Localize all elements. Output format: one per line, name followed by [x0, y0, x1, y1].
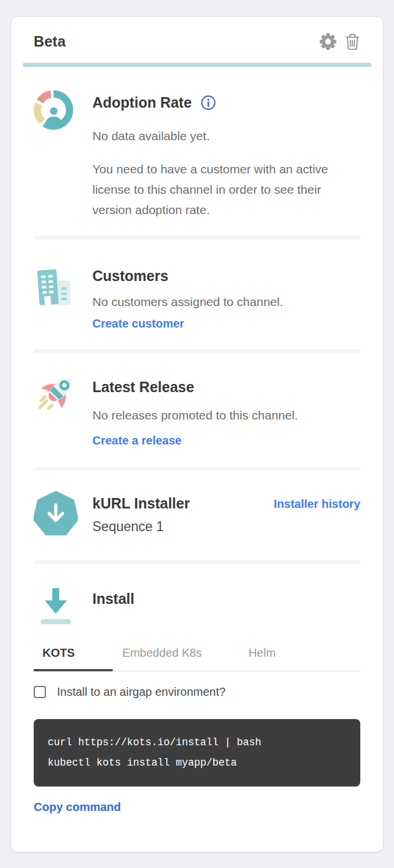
delete-button[interactable]	[345, 33, 360, 51]
copy-command-link[interactable]: Copy command	[34, 801, 121, 814]
airgap-label: Install to an airgap environment?	[57, 685, 225, 699]
header-actions	[319, 33, 360, 51]
install-download-icon	[34, 584, 78, 629]
kurl-heptagon-download-icon	[34, 490, 78, 537]
info-icon[interactable]	[200, 95, 216, 111]
adoption-empty-message: No data available yet.	[92, 126, 360, 146]
install-command-code-block: curl https://kots.io/install | bashkubec…	[34, 719, 360, 787]
kurl-installer-title: kURL Installer	[92, 495, 190, 512]
gear-icon	[319, 33, 337, 51]
rocket-icon	[34, 373, 79, 418]
section-divider	[34, 349, 360, 353]
latest-release-section: Latest Release No releases promoted to t…	[34, 373, 360, 447]
install-section-header: Install	[34, 584, 360, 631]
release-empty-message: No releases promoted to this channel.	[92, 405, 360, 425]
code-line: kubectl kots install myapp/beta	[48, 753, 346, 773]
create-release-link[interactable]: Create a release	[92, 434, 181, 447]
install-tabs: KOTS Embedded K8s Helm	[34, 646, 360, 671]
customers-empty-message: No customers assigned to channel.	[92, 291, 360, 312]
channel-accent-bar	[23, 63, 371, 67]
tab-kots[interactable]: KOTS	[34, 646, 113, 671]
adoption-donut-icon	[34, 90, 73, 130]
airgap-option-row: Install to an airgap environment?	[34, 685, 360, 699]
code-line: curl https://kots.io/install | bash	[48, 732, 346, 753]
create-customer-link[interactable]: Create customer	[92, 317, 184, 330]
card-header: Beta	[34, 33, 360, 51]
adoption-help-text: You need to have a customer with an acti…	[92, 159, 331, 220]
adoption-rate-title: Adoption Rate	[92, 94, 192, 111]
channel-card: Beta	[10, 16, 384, 852]
trash-icon	[345, 33, 360, 51]
tab-embedded-k8s[interactable]: Embedded K8s	[113, 646, 212, 671]
customers-title: Customers	[92, 268, 360, 284]
channel-title: Beta	[34, 33, 66, 50]
section-divider	[34, 467, 360, 471]
installer-history-link[interactable]: Installer history	[274, 497, 360, 511]
customers-section: Customers No customers assigned to chann…	[34, 264, 360, 330]
adoption-rate-section: Adoption Rate No data available yet. You…	[34, 88, 360, 220]
settings-button[interactable]	[319, 33, 337, 51]
tab-helm[interactable]: Helm	[212, 646, 313, 671]
latest-release-title: Latest Release	[92, 379, 360, 396]
section-divider	[34, 236, 360, 240]
section-divider	[34, 560, 360, 564]
buildings-icon	[34, 264, 76, 310]
install-title: Install	[92, 590, 360, 607]
kurl-installer-section: kURL Installer Sequence 1 Installer hist…	[34, 490, 360, 539]
kurl-sequence: Sequence 1	[92, 519, 190, 535]
airgap-checkbox[interactable]	[34, 686, 46, 698]
